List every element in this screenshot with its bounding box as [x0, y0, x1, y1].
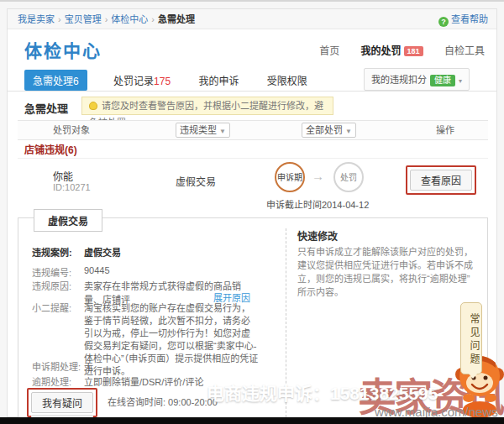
caret-down-icon: ▼ [219, 128, 226, 135]
view-reason-button[interactable]: 查看原因 [410, 170, 472, 191]
appeal-handling-row: 申诉期处理:无 [32, 359, 259, 373]
quick-fix-title: 快速修改 [297, 228, 338, 243]
violation-number-label: 违规编号: [32, 265, 84, 279]
breadcrumb-separator: › [151, 14, 155, 24]
case-row: 违规案例:虚假交易 [32, 245, 259, 259]
violation-type-select[interactable]: 违规类型 ▼ [176, 123, 230, 138]
tab-penalty-records-count: 175 [154, 76, 171, 87]
appeal-handling-label: 申诉期处理: [32, 359, 84, 373]
bottom-black-bar [0, 417, 504, 424]
violation-score-box[interactable]: 我的违规扣分健康▾ [364, 68, 470, 91]
top-divider [0, 0, 504, 2]
violation-type-value: 违规类型 [180, 125, 217, 135]
faq-label: 常见问题 [461, 310, 481, 370]
tab-urgent-count: 6 [73, 76, 79, 87]
tab-restricted-label: 受限权限 [267, 76, 307, 87]
i-have-question-button[interactable]: 我有疑问 [31, 392, 93, 413]
violation-reason-label: 违规原因: [32, 279, 84, 292]
breadcrumb-seller[interactable]: 我是卖家 [18, 14, 55, 24]
appeal-period-stage: 申诉期 [275, 162, 305, 192]
tab-restricted[interactable]: 受限权限 [265, 70, 309, 91]
appeal-deadline: 申诉截止时间2014-04-12 [266, 197, 369, 211]
health-status-badge: 健康 [430, 75, 455, 86]
penalty-count-badge: 181 [404, 46, 423, 56]
nav-my-penalty-label: 我的处罚 [361, 45, 402, 57]
tab-my-appeals-label: 我的申诉 [198, 76, 239, 87]
faq-bubble[interactable]: 常见问题 [460, 302, 482, 374]
page-title: 体检中心 [24, 37, 102, 62]
violation-number-value: 90445 [84, 265, 259, 275]
arrow-right-icon: → [312, 169, 324, 183]
caret-down-icon: ▼ [345, 128, 352, 135]
overdue-handling-label: 逾期处理: [32, 374, 84, 388]
screenshot-stage: 我是卖家›宝贝管理›体检中心›急需处理 ?查看帮助 体检中心 首页 我的处罚18… [0, 0, 504, 424]
page-header: 体检中心 首页 我的处罚181 自检工具 [8, 29, 496, 66]
notice-box: 请您及时查看警告原因，并根据小二提醒进行修改，避免被处罚。 [81, 97, 333, 115]
annotation-highlight-box: 我有疑问 [27, 388, 97, 417]
penalty-filter-select[interactable]: 全部处罚 ▼ [302, 123, 356, 138]
help-icon: ? [438, 17, 449, 27]
col-action: 操作 [436, 121, 454, 139]
chevron-down-icon: ▾ [459, 77, 462, 85]
phone-watermark: 电商违规申诉：15813825595 [207, 380, 438, 405]
breadcrumb-items-manage[interactable]: 宝贝管理 [65, 14, 102, 24]
view-help-link[interactable]: ?查看帮助 [438, 9, 488, 29]
breadcrumb-health-center[interactable]: 体检中心 [111, 14, 148, 24]
annotation-highlight-box: 查看原因 [406, 165, 476, 195]
appeal-handling-value: 无 [84, 359, 259, 373]
case-value: 虚假交易 [84, 245, 259, 259]
violation-group-row: 店铺违规(6) [18, 140, 488, 159]
breadcrumb-bar: 我是卖家›宝贝管理›体检中心›急需处理 ?查看帮助 [8, 9, 496, 29]
bulb-icon [89, 102, 97, 110]
tab-urgent-label: 急需处理 [33, 76, 73, 87]
col-penalty-object: 处罚对象 [53, 121, 90, 139]
staff-tip-label: 小二提醒: [32, 302, 84, 315]
tabs: 急需处理6 处罚记录175 我的申诉 受限权限 [24, 70, 331, 91]
header-nav: 首页 我的处罚181 自检工具 [301, 43, 485, 57]
breadcrumb-current: 急需处理 [158, 14, 195, 24]
violation-number-row: 违规编号:90445 [32, 265, 259, 279]
violation-type: 虚假交易 [176, 174, 216, 188]
quick-fix-text: 只有申诉成立才能解除该账户对应的处罚，建议您提供相应凭证进行申诉。若申诉不成立，… [297, 245, 475, 299]
view-help-label: 查看帮助 [451, 14, 488, 24]
tab-urgent[interactable]: 急需处理6 [24, 70, 87, 91]
table-row: 你能 ID:10271 虚假交易 申诉期 → 处罚 申诉截止时间2014-04-… [18, 159, 488, 216]
online-service-time: 在线咨询时间: 09:00-20:00 [108, 395, 218, 408]
tab-my-appeals[interactable]: 我的申诉 [197, 70, 240, 91]
tab-bar: 急需处理6 处罚记录175 我的申诉 受限权限 我的违规扣分健康▾ [8, 66, 496, 92]
nav-home-link[interactable]: 首页 [319, 45, 339, 57]
shop-violation-group-title: 店铺违规(6) [24, 144, 77, 156]
penalty-stage: 处罚 [333, 162, 364, 192]
tab-penalty-records-label: 处罚记录 [113, 76, 154, 87]
shop-id: ID:10271 [53, 182, 91, 192]
score-label: 我的违规扣分 [371, 75, 427, 85]
table-header: 处罚对象 违规类型 ▼ 全部处罚 ▼ 操作 [18, 120, 488, 140]
notice-row: 急需处理 请您及时查看警告原因，并根据小二提醒进行修改，避免被处罚。 [8, 93, 496, 120]
shop-name: 你能 [53, 169, 73, 183]
nav-my-penalty-link[interactable]: 我的处罚181 [361, 45, 423, 57]
breadcrumb: 我是卖家›宝贝管理›体检中心›急需处理 [18, 9, 195, 29]
row-action-cell: 查看原因 [406, 165, 476, 195]
penalty-filter-value: 全部处罚 [306, 125, 343, 135]
question-button-wrap: 我有疑问 [27, 388, 97, 417]
urgent-section-title: 急需处理 [24, 100, 68, 116]
main-panel: 我是卖家›宝贝管理›体检中心›急需处理 ?查看帮助 体检中心 首页 我的处罚18… [7, 8, 497, 417]
tab-penalty-records[interactable]: 处罚记录175 [112, 70, 172, 91]
case-label: 违规案例: [32, 245, 84, 259]
breadcrumb-separator: › [58, 14, 61, 24]
nav-selfcheck-link[interactable]: 自检工具 [444, 45, 485, 57]
breadcrumb-separator: › [105, 14, 108, 24]
